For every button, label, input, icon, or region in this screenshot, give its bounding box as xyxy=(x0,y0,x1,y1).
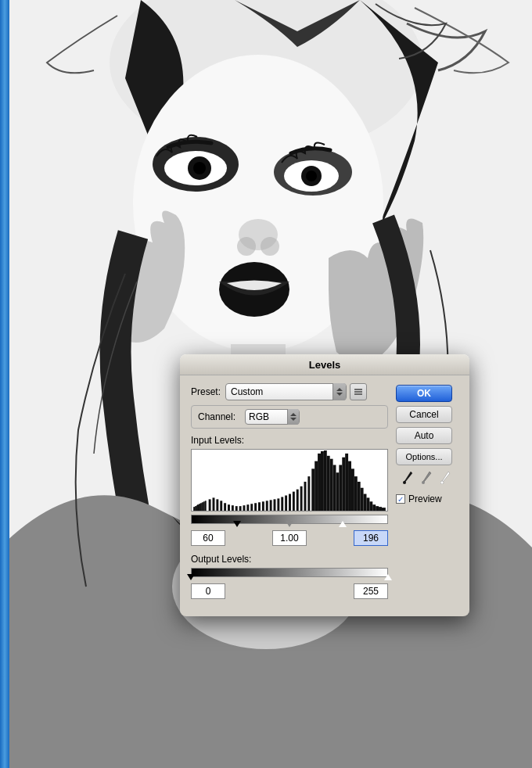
preset-dropdown-arrows xyxy=(332,383,346,400)
black-eyedropper-icon xyxy=(403,470,414,484)
svg-rect-27 xyxy=(202,502,203,511)
svg-rect-56 xyxy=(307,476,310,511)
svg-rect-59 xyxy=(318,454,321,511)
channel-arrow-up-icon xyxy=(290,413,297,416)
channel-dropdown[interactable]: RGB xyxy=(245,409,300,425)
white-eyedropper-button[interactable] xyxy=(438,469,454,485)
histogram xyxy=(191,449,388,511)
dialog-titlebar: Levels xyxy=(180,354,469,375)
preview-row: ✓ Preview xyxy=(396,493,458,504)
svg-rect-22 xyxy=(195,506,196,511)
cancel-button[interactable]: Cancel xyxy=(396,406,452,423)
black-eyedropper-button[interactable] xyxy=(401,469,416,485)
svg-rect-39 xyxy=(243,505,246,511)
svg-rect-51 xyxy=(289,494,291,511)
output-levels-label: Output Levels: xyxy=(191,554,388,565)
preview-label: Preview xyxy=(408,493,442,504)
svg-rect-70 xyxy=(351,468,354,511)
svg-rect-35 xyxy=(228,504,230,511)
channel-value: RGB xyxy=(249,411,286,422)
midtone-handle[interactable] xyxy=(286,521,293,527)
svg-rect-79 xyxy=(379,507,382,511)
preset-menu-button[interactable] xyxy=(350,383,367,400)
svg-point-83 xyxy=(440,481,444,484)
output-white-handle[interactable] xyxy=(384,574,392,580)
arrow-up-icon xyxy=(336,388,343,391)
svg-rect-72 xyxy=(358,482,361,511)
eyedroppers-group xyxy=(396,469,458,485)
white-point-input[interactable] xyxy=(354,530,388,546)
svg-rect-68 xyxy=(345,454,348,511)
svg-rect-52 xyxy=(293,492,295,511)
svg-rect-46 xyxy=(270,500,272,511)
black-point-handle[interactable] xyxy=(233,521,241,527)
white-handle-triangle xyxy=(339,521,347,527)
input-levels-label: Input Levels: xyxy=(191,435,388,446)
svg-rect-69 xyxy=(348,461,351,511)
svg-rect-28 xyxy=(203,501,205,511)
svg-rect-31 xyxy=(213,497,215,511)
svg-rect-60 xyxy=(321,451,324,511)
svg-rect-66 xyxy=(339,465,342,511)
auto-button[interactable]: Auto xyxy=(396,427,452,444)
options-button[interactable]: Options... xyxy=(396,448,452,465)
svg-rect-48 xyxy=(277,498,279,511)
output-slider-container xyxy=(191,568,388,580)
svg-rect-80 xyxy=(382,508,386,511)
ok-button[interactable]: OK xyxy=(396,385,452,402)
channel-label: Channel: xyxy=(198,411,235,422)
white-eyedropper-icon xyxy=(440,470,451,484)
svg-rect-42 xyxy=(254,503,257,511)
svg-rect-21 xyxy=(193,507,195,511)
svg-rect-44 xyxy=(262,501,264,511)
svg-rect-61 xyxy=(324,450,327,511)
svg-rect-77 xyxy=(372,504,376,511)
svg-rect-25 xyxy=(199,504,200,511)
output-min-input[interactable] xyxy=(191,583,225,599)
svg-rect-74 xyxy=(364,494,367,511)
output-values-row xyxy=(191,583,388,599)
input-slider-container xyxy=(191,515,388,527)
svg-rect-50 xyxy=(285,496,287,511)
svg-rect-40 xyxy=(246,504,249,511)
output-black-handle[interactable] xyxy=(187,574,195,580)
input-values-row xyxy=(191,530,388,546)
preview-checkbox[interactable]: ✓ xyxy=(396,494,405,504)
preset-label: Preset: xyxy=(191,386,221,397)
svg-rect-26 xyxy=(200,503,202,511)
svg-rect-30 xyxy=(209,499,211,511)
svg-rect-67 xyxy=(342,458,345,511)
svg-rect-62 xyxy=(327,456,330,511)
svg-point-82 xyxy=(422,481,425,484)
preset-row: Preset: Custom xyxy=(191,383,388,400)
svg-rect-33 xyxy=(220,501,222,511)
svg-point-12 xyxy=(237,237,256,256)
gray-eyedropper-button[interactable] xyxy=(419,469,435,485)
svg-rect-63 xyxy=(330,459,333,511)
midtone-input[interactable] xyxy=(272,530,307,546)
gray-eyedropper-icon xyxy=(422,470,433,484)
svg-point-13 xyxy=(261,237,279,256)
svg-rect-78 xyxy=(376,506,379,511)
svg-rect-54 xyxy=(300,486,303,511)
preset-dropdown[interactable]: Custom xyxy=(225,383,347,400)
black-point-input[interactable] xyxy=(191,530,225,546)
svg-rect-41 xyxy=(250,504,253,511)
output-slider-track xyxy=(191,568,388,577)
output-max-input[interactable] xyxy=(354,583,388,599)
svg-rect-38 xyxy=(239,506,242,511)
channel-group: Channel: RGB xyxy=(191,405,388,429)
svg-rect-76 xyxy=(369,501,372,511)
svg-rect-23 xyxy=(196,505,197,511)
svg-rect-34 xyxy=(224,503,226,511)
dialog-left-panel: Preset: Custom xyxy=(191,383,388,607)
svg-rect-71 xyxy=(354,476,358,511)
blue-strip xyxy=(0,0,9,768)
svg-rect-58 xyxy=(315,461,318,511)
svg-rect-32 xyxy=(216,499,218,511)
levels-dialog: Levels Preset: Custom xyxy=(180,354,469,616)
svg-rect-37 xyxy=(235,506,238,511)
white-point-handle[interactable] xyxy=(339,521,347,527)
svg-rect-55 xyxy=(304,482,307,511)
channel-arrow-down-icon xyxy=(290,418,297,421)
